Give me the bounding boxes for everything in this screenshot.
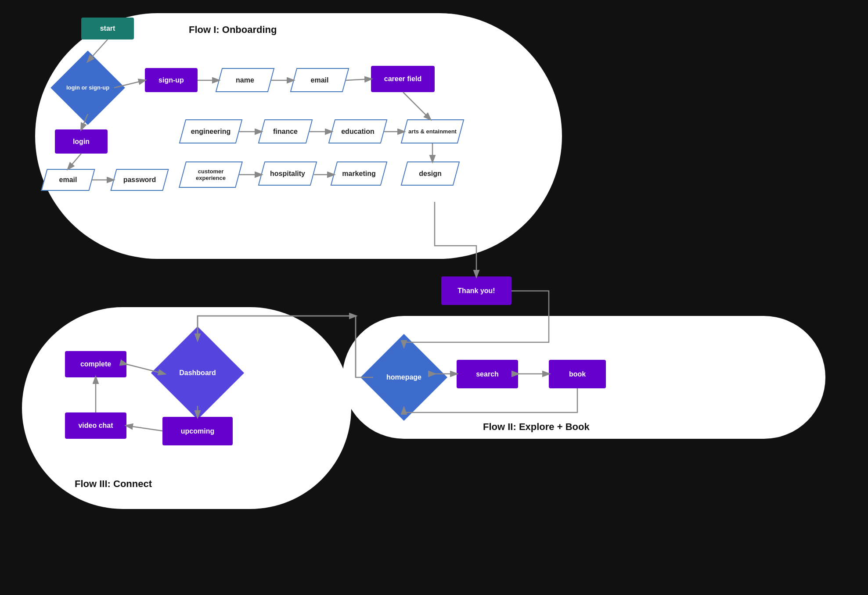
finance-node: finance (258, 119, 313, 143)
hospitality-node: hospitality (258, 161, 317, 186)
flow3-label: Flow III: Connect (75, 478, 152, 490)
password-node: password (110, 169, 169, 191)
engineering-node: engineering (179, 119, 243, 143)
video-chat-node: video chat (65, 412, 126, 439)
login-node: login (55, 129, 108, 154)
login-signup-diamond: login or sign-up (50, 50, 125, 125)
education-node: education (328, 119, 388, 143)
name-node: name (216, 68, 275, 92)
complete-node: complete (65, 351, 126, 377)
arts-node: arts & entainment (401, 119, 465, 143)
marketing-node: marketing (331, 161, 388, 186)
customer-experience-node: customer experience (179, 161, 243, 188)
start-node: start (81, 18, 134, 39)
homepage-diamond: homepage (360, 334, 447, 421)
flow2-label: Flow II: Explore + Book (483, 421, 590, 433)
email-bottom-node: email (41, 169, 95, 191)
dashboard-diamond: Dashboard (151, 326, 244, 419)
design-node: design (401, 161, 460, 186)
book-node: book (549, 360, 606, 388)
thank-you-node: Thank you! (441, 276, 511, 305)
upcoming-node: upcoming (162, 417, 233, 445)
email-top-node: email (290, 68, 349, 92)
flow1-label: Flow I: Onboarding (189, 24, 277, 36)
signup-node: sign-up (145, 68, 198, 92)
search-node: search (457, 360, 518, 388)
career-field-node: career field (371, 66, 435, 92)
